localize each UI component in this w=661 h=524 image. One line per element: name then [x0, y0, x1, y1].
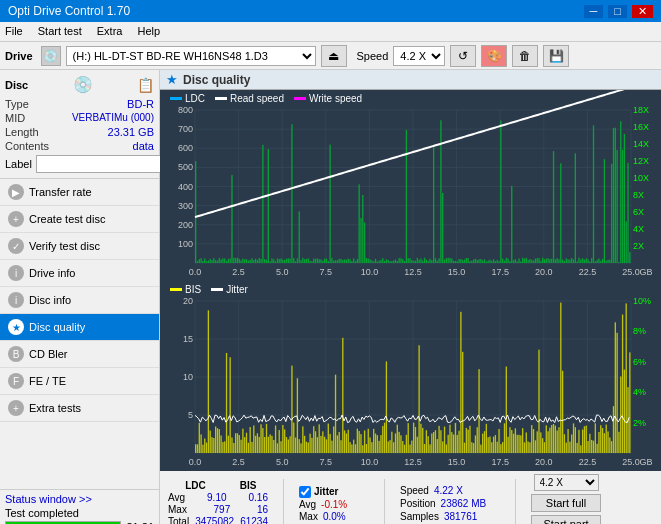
stats-bar: LDC BIS Avg 9.10 0.16 Max 797 16 Total 3…	[160, 470, 661, 524]
speed-stat-label: Speed	[400, 485, 429, 496]
disc-quality-header: ★ Disc quality	[160, 70, 661, 90]
avg-ldc: 9.10	[207, 492, 226, 503]
jitter-dot	[211, 288, 223, 291]
mid-label: MID	[5, 112, 25, 124]
nav-disc-info[interactable]: i Disc info	[0, 287, 159, 314]
nav-cd-bler[interactable]: B CD Bler	[0, 341, 159, 368]
write-dot	[294, 97, 306, 100]
legend-write: Write speed	[294, 93, 362, 104]
create-test-disc-icon: +	[8, 211, 24, 227]
nav-disc-quality[interactable]: ★ Disc quality	[0, 314, 159, 341]
left-panel: Disc 💿 📋 Type BD-R MID VERBATIMu (000) L…	[0, 70, 160, 524]
status-text: Test completed	[5, 507, 79, 519]
disc-section-title: Disc	[5, 79, 28, 91]
minimize-btn[interactable]: ─	[584, 5, 604, 18]
length-value: 23.31 GB	[108, 126, 154, 138]
nav-disc-quality-label: Disc quality	[29, 321, 85, 333]
start-full-button[interactable]: Start full	[531, 494, 601, 512]
nav-transfer-rate-label: Transfer rate	[29, 186, 92, 198]
disc-section-icon2: 📋	[137, 77, 154, 93]
total-bis: 61234	[240, 516, 268, 524]
legend-read-label: Read speed	[230, 93, 284, 104]
avg-bis: 0.16	[249, 492, 268, 503]
disc-quality-title: Disc quality	[183, 73, 250, 87]
max-ldc: 797	[214, 504, 231, 515]
nav-create-test-disc[interactable]: + Create test disc	[0, 206, 159, 233]
menu-help[interactable]: Help	[137, 25, 160, 38]
erase-button[interactable]: 🗑	[512, 45, 538, 67]
top-chart-canvas	[160, 90, 661, 281]
bis-dot	[170, 288, 182, 291]
drive-select[interactable]: (H:) HL-DT-ST BD-RE WH16NS48 1.D3	[66, 46, 316, 66]
speed-select[interactable]: 4.2 X	[393, 46, 445, 66]
cd-bler-icon: B	[8, 346, 24, 362]
extra-tests-icon: +	[8, 400, 24, 416]
close-btn[interactable]: ✕	[632, 5, 653, 18]
total-ldc: 3475082	[195, 516, 234, 524]
max-jitter-label: Max	[299, 511, 318, 522]
transfer-rate-icon: ▶	[8, 184, 24, 200]
nav-extra-tests-label: Extra tests	[29, 402, 81, 414]
color-button[interactable]: 🎨	[481, 45, 507, 67]
save-button[interactable]: 💾	[543, 45, 569, 67]
jitter-checkbox[interactable]	[299, 486, 311, 498]
chart-bottom: BIS Jitter	[160, 281, 661, 471]
nav-drive-info[interactable]: i Drive info	[0, 260, 159, 287]
eject-button[interactable]: ⏏	[321, 45, 347, 67]
legend-bis-label: BIS	[185, 284, 201, 295]
nav-disc-info-label: Disc info	[29, 294, 71, 306]
position-label: Position	[400, 498, 436, 509]
position-value: 23862 MB	[441, 498, 487, 509]
read-dot	[215, 97, 227, 100]
disc-section-icon: 💿	[73, 75, 93, 94]
avg-jitter-label: Avg	[299, 499, 316, 510]
verify-test-disc-icon: ✓	[8, 238, 24, 254]
nav-extra-tests[interactable]: + Extra tests	[0, 395, 159, 422]
ldc-header: LDC	[168, 480, 223, 491]
type-value: BD-R	[127, 98, 154, 110]
app-title: Opti Drive Control 1.70	[8, 4, 130, 18]
toolbar: Drive 💿 (H:) HL-DT-ST BD-RE WH16NS48 1.D…	[0, 42, 661, 70]
chart-area: LDC Read speed Write speed	[160, 90, 661, 470]
status-bar: Status window >> Test completed 31:31	[0, 489, 159, 524]
type-label: Type	[5, 98, 29, 110]
samples-label: Samples	[400, 511, 439, 522]
right-panel: ★ Disc quality LDC Read speed	[160, 70, 661, 524]
menu-file[interactable]: File	[5, 25, 23, 38]
main-layout: Disc 💿 📋 Type BD-R MID VERBATIMu (000) L…	[0, 70, 661, 524]
start-part-button[interactable]: Start part	[531, 515, 601, 524]
nav-fe-te-label: FE / TE	[29, 375, 66, 387]
speed-stat-value: 4.22 X	[434, 485, 463, 496]
maximize-btn[interactable]: □	[608, 5, 627, 18]
title-bar: Opti Drive Control 1.70 ─ □ ✕	[0, 0, 661, 22]
menu-extra[interactable]: Extra	[97, 25, 123, 38]
ldc-dot	[170, 97, 182, 100]
nav-verify-test-disc[interactable]: ✓ Verify test disc	[0, 233, 159, 260]
chart-top: LDC Read speed Write speed	[160, 90, 661, 281]
avg-jitter: -0.1%	[321, 499, 347, 510]
refresh-button[interactable]: ↺	[450, 45, 476, 67]
nav-transfer-rate[interactable]: ▶ Transfer rate	[0, 179, 159, 206]
fe-te-icon: F	[8, 373, 24, 389]
max-jitter: 0.0%	[323, 511, 346, 522]
status-window-btn[interactable]: Status window >>	[5, 493, 92, 505]
nav-cd-bler-label: CD Bler	[29, 348, 68, 360]
legend-ldc: LDC	[170, 93, 205, 104]
disc-quality-icon: ★	[8, 319, 24, 335]
jitter-label: Jitter	[314, 486, 338, 497]
speed-dropdown[interactable]: 4.2 X	[534, 474, 599, 491]
nav-drive-info-label: Drive info	[29, 267, 75, 279]
nav-items: ▶ Transfer rate + Create test disc ✓ Ver…	[0, 179, 159, 489]
contents-label: Contents	[5, 140, 49, 152]
label-label: Label	[5, 158, 32, 170]
nav-create-test-disc-label: Create test disc	[29, 213, 105, 225]
label-input[interactable]	[36, 155, 176, 173]
mid-value: VERBATIMu (000)	[72, 112, 154, 124]
samples-value: 381761	[444, 511, 477, 522]
menu-start-test[interactable]: Start test	[38, 25, 82, 38]
disc-info-icon: i	[8, 292, 24, 308]
max-bis: 16	[257, 504, 268, 515]
nav-verify-test-disc-label: Verify test disc	[29, 240, 100, 252]
nav-fe-te[interactable]: F FE / TE	[0, 368, 159, 395]
total-label: Total	[168, 516, 189, 524]
